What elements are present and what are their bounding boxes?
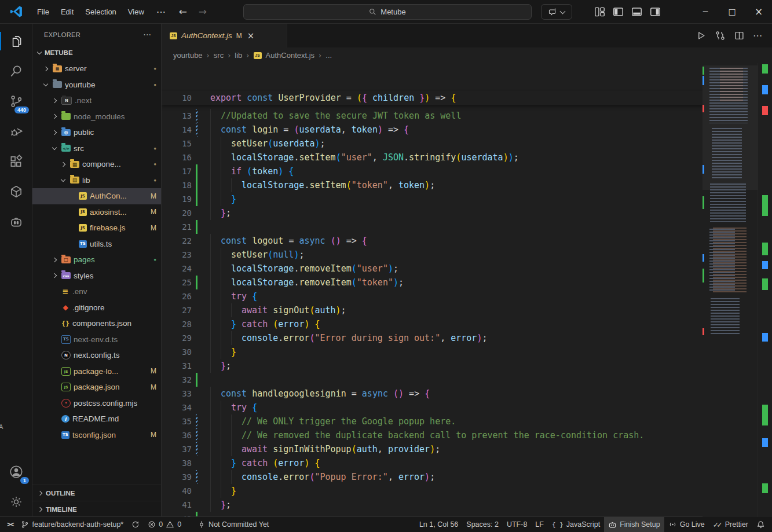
tab-label: AuthContext.js [181,31,232,40]
cursor-position[interactable]: Ln 1, Col 56 [415,517,462,532]
finish-setup-button[interactable]: Finish Setup [604,517,664,532]
tree-item-public[interactable]: ⊕public [32,124,161,141]
code-line-36: 36// We removed the duplicate backend ca… [162,428,772,442]
scrollbar[interactable] [758,63,772,517]
tree-item-firebase-js[interactable]: JSfirebase.jsM [32,220,161,236]
tree-item-label: package-lo... [74,367,118,376]
tree-item-label: server [65,64,87,73]
tree-item-label: components.json [72,319,131,328]
modified-badge: M [151,208,156,216]
window-close-button[interactable]: × [745,0,772,23]
menu-selection[interactable]: Selection [79,8,122,16]
outline-section-header[interactable]: OUTLINE [32,485,161,501]
tree-item-yourtube[interactable]: yourtube● [32,77,161,93]
activity-containers-button[interactable] [0,177,32,207]
activity-run-debug-button[interactable] [0,116,32,146]
tree-item-server[interactable]: ▦server● [32,61,161,77]
remote-indicator[interactable]: >< [0,517,17,532]
tab-authcontext-js[interactable]: JS AuthContext.js M × [162,24,287,47]
commit-status[interactable]: Not Committed Yet [193,517,273,532]
activity-assistant-button[interactable] [0,207,32,237]
folder-server-icon: ▦ [53,65,62,72]
code-line-25: 25localStorage.removeItem("token"); [162,276,772,289]
activity-extensions-button[interactable] [0,146,32,177]
encoding-setting[interactable]: UTF-8 [503,517,531,532]
file-tree: ▦server●yourtube●N.nextnode_modules⊕publ… [32,61,161,443]
tree-item--next[interactable]: N.next [32,93,161,109]
breadcrumb-folder[interactable]: lib [235,51,242,60]
accounts-button[interactable]: 1 [0,457,32,487]
activity-search-button[interactable] [0,56,32,86]
tree-item-next-config-ts[interactable]: Nnext.config.ts [32,347,161,364]
toggle-primary-sidebar-icon[interactable] [613,6,624,17]
tree-item-tsconfig-json[interactable]: TStsconfig.jsonM [32,427,161,443]
tree-item-lib[interactable]: ▤lib● [32,173,161,189]
project-section-header[interactable]: METUBE [32,46,161,60]
go-live-button[interactable]: Go Live [664,517,709,532]
tab-close-button[interactable]: × [247,31,255,41]
tree-item-pages[interactable]: □pages● [32,252,161,268]
code-line-37: 37await signInWithPopup(auth, provider); [162,442,772,456]
window-minimize-button[interactable]: ─ [692,0,719,23]
tree-item-package-json[interactable]: JSpackage.jsonM [32,379,161,395]
explorer-more-actions-button[interactable]: ··· [144,31,152,38]
double-check-icon: ✓✓ [713,520,722,529]
toggle-panel-icon[interactable] [631,6,642,17]
tree-item-postcss-config-mjs[interactable]: •postcss.config.mjs [32,395,161,412]
open-changes-icon[interactable] [715,31,725,41]
breadcrumb-folder[interactable]: yourtube [173,51,203,60]
toggle-secondary-sidebar-icon[interactable] [650,6,661,17]
tree-item-authcon-[interactable]: JSAuthCon...M [32,188,161,204]
tree-item-components-json[interactable]: {}components.json [32,315,161,332]
menu-file[interactable]: File [31,8,55,16]
tree-item-label: next-env.d.ts [74,335,118,344]
menu-edit[interactable]: Edit [55,8,79,16]
editor-more-actions-button[interactable]: ··· [753,31,763,40]
breadcrumb-folder[interactable]: src [214,51,224,60]
customize-layout-icon[interactable] [594,6,605,17]
tree-item-axiosinst-[interactable]: JSaxiosinst...M [32,204,161,221]
timeline-label: TIMELINE [46,506,77,513]
history-forward-button[interactable]: → [193,6,213,17]
command-center-search[interactable]: Metube [243,4,532,20]
tree-item--env[interactable]: ≡.env [32,284,161,300]
tree-item-node-modules[interactable]: node_modules [32,109,161,125]
breadcrumb-file[interactable]: AuthContext.js [266,51,315,60]
problems-status[interactable]: 0 0 [144,517,185,532]
sync-changes-button[interactable] [127,517,144,532]
tree-item-next-env-d-ts[interactable]: TSnext-env.d.ts [32,332,161,348]
code-line-41: 41}; [162,498,772,512]
minimap[interactable] [703,63,758,517]
tree-item-styles[interactable]: cssstyles [32,268,161,284]
code-line-10: 10export const UserProvider = ({ childre… [162,91,772,105]
menu-overflow-button[interactable]: ··· [150,8,173,16]
git-branch-status[interactable]: feature/backend-auth-setup* [17,517,127,532]
notifications-bell-button[interactable] [752,517,772,532]
code-editor[interactable]: 10export const UserProvider = ({ childre… [162,63,772,517]
run-file-icon[interactable] [696,31,706,41]
split-editor-icon[interactable] [734,31,744,41]
tree-item-compone-[interactable]: ▦compone...● [32,156,161,173]
tree-item--gitignore[interactable]: ◆.gitignore [32,300,161,316]
breadcrumb-symbol[interactable]: ... [325,51,332,60]
prettier-status[interactable]: ✓✓ Prettier [709,517,752,532]
history-back-button[interactable]: ← [173,6,193,17]
window-maximize-button[interactable]: □ [719,0,745,23]
code-line-21: 21 [162,220,772,234]
activity-explorer-button[interactable] [0,26,32,56]
settings-button[interactable] [0,487,32,517]
timeline-section-header[interactable]: TIMELINE [32,501,161,517]
eol-setting[interactable]: LF [531,517,548,532]
code-line-22: 22const logout = async () => { [162,234,772,248]
copilot-menu-button[interactable] [541,4,572,20]
tree-item-package-lo-[interactable]: JSpackage-lo...M [32,364,161,380]
indentation-setting[interactable]: Spaces: 2 [462,517,503,532]
warning-icon [166,520,174,529]
menu-view[interactable]: View [122,8,150,16]
folder-public-icon: ⊕ [61,129,71,136]
tree-item-utils-ts[interactable]: TSutils.ts [32,236,161,252]
language-mode[interactable]: { } JavaScript [548,517,604,532]
tree-item-src[interactable]: </>src● [32,141,161,157]
tree-item-readme-md[interactable]: iREADME.md [32,411,161,427]
activity-source-control-button[interactable]: 440 [0,86,32,116]
